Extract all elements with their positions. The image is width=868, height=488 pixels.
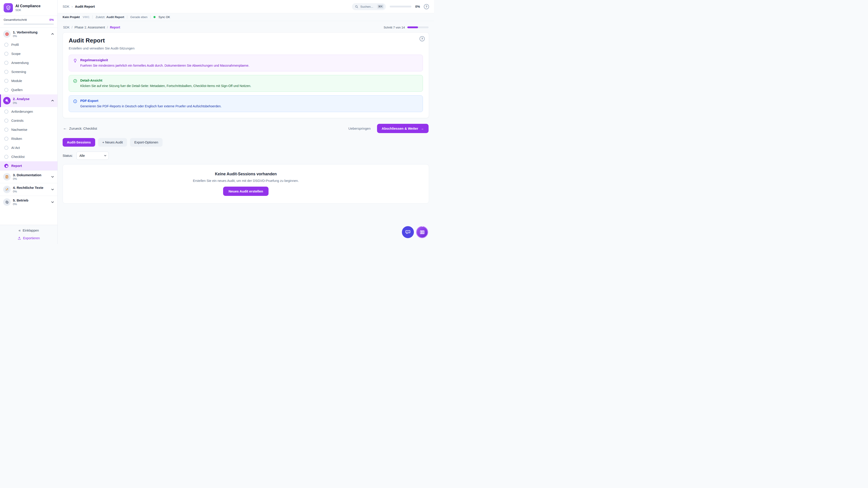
radio-circle-icon bbox=[4, 61, 8, 65]
sidebar-item-module[interactable]: Module bbox=[0, 76, 57, 86]
last-value: Audit Report bbox=[106, 15, 124, 19]
panel-fab-button[interactable] bbox=[416, 226, 428, 238]
ring-dot bbox=[422, 226, 423, 227]
status-filter: Alle bbox=[76, 152, 109, 160]
sidebar-header: AI Compliance SDK bbox=[0, 0, 57, 16]
breadcrumb-separator: / bbox=[107, 26, 108, 29]
sync-status-dot bbox=[153, 16, 156, 18]
finish-next-button[interactable]: Abschliessen & Weiter → bbox=[377, 124, 429, 133]
divider bbox=[150, 15, 151, 19]
shield-check-icon bbox=[6, 5, 11, 11]
columns-icon bbox=[420, 230, 425, 235]
topbar-breadcrumb-root[interactable]: SDK bbox=[63, 5, 69, 8]
page-content: SDK / Phase 1: Assessment / Report Schri… bbox=[58, 21, 434, 244]
sidebar-item-risiken[interactable]: Risiken bbox=[0, 134, 57, 143]
chevron-up-icon bbox=[51, 99, 54, 102]
breadcrumb: SDK / Phase 1: Assessment / Report bbox=[63, 26, 120, 29]
radio-circle-icon bbox=[4, 137, 8, 141]
tab-export-optionen[interactable]: Export-Optionen bbox=[130, 138, 162, 147]
step-progress-fill bbox=[407, 26, 418, 28]
info-boxes: Regelmaessigkeit Fuehren Sie mindestens … bbox=[69, 55, 423, 112]
question-mark-icon: ? bbox=[420, 36, 425, 41]
breadcrumb-separator: / bbox=[72, 26, 72, 29]
overall-progress-label: Gesamtfortschritt bbox=[4, 18, 27, 22]
last-sync-time: Gerade eben bbox=[130, 15, 147, 19]
keyboard-shortcut-badge: ⌘K bbox=[377, 4, 384, 9]
create-audit-button[interactable]: Neues Audit erstellen bbox=[223, 187, 269, 196]
status-filter-select[interactable]: Alle bbox=[76, 152, 109, 160]
sidebar-item-scope[interactable]: Scope bbox=[0, 49, 57, 58]
audit-report-card: ? Audit Report Erstellen und verwalten S… bbox=[63, 32, 429, 118]
step-label: Schritt 7 von 14 bbox=[383, 26, 405, 29]
sidebar-section-5-betrieb[interactable]: 5. Betrieb 0% bbox=[0, 196, 57, 208]
clipboard-icon bbox=[3, 173, 11, 181]
sidebar-item-checklist[interactable]: Checklist bbox=[0, 152, 57, 161]
radio-circle-icon bbox=[4, 155, 8, 159]
info-box-regelmaessigkeit: Regelmaessigkeit Fuehren Sie mindestens … bbox=[69, 55, 423, 71]
chat-bubble-icon bbox=[405, 229, 411, 235]
radio-circle-icon bbox=[4, 146, 8, 150]
radio-circle-icon bbox=[4, 70, 8, 74]
overall-progress-bar bbox=[4, 24, 54, 25]
overall-progress-percent: 0% bbox=[49, 18, 54, 22]
breadcrumb-root[interactable]: SDK bbox=[63, 26, 70, 29]
tab-audit-sessions[interactable]: Audit-Sessions bbox=[63, 138, 95, 147]
topbar-breadcrumb-current: Audit Report bbox=[75, 5, 95, 8]
export-button[interactable]: Exportieren bbox=[18, 236, 40, 240]
divider bbox=[127, 15, 127, 19]
sidebar-item-quellen[interactable]: Quellen bbox=[0, 86, 57, 94]
sidebar-section-2-analyse[interactable]: 2. Analyse 0% bbox=[0, 94, 57, 107]
chat-fab-button[interactable] bbox=[402, 226, 414, 238]
page-title: Audit Report bbox=[69, 37, 423, 44]
sidebar-item-profil[interactable]: Profil bbox=[0, 40, 57, 49]
sidebar-item-ai-act[interactable]: AI Act bbox=[0, 143, 57, 152]
sidebar-item-anwendung[interactable]: Anwendung bbox=[0, 58, 57, 67]
radio-circle-icon bbox=[4, 52, 8, 56]
sidebar-item-screening[interactable]: Screening bbox=[0, 67, 57, 76]
help-icon[interactable]: ? bbox=[424, 4, 429, 9]
search-placeholder: Suchen... bbox=[360, 5, 375, 8]
empty-state-card: Keine Audit-Sessions vorhanden Erstellen… bbox=[63, 164, 429, 203]
main-area: SDK › Audit Report Suchen... ⌘K 0% ? Kei… bbox=[58, 0, 434, 244]
sidebar-section-4-rechtliche-texte[interactable]: 4. Rechtliche Texte 0% bbox=[0, 183, 57, 196]
arrow-left-icon: ← bbox=[63, 126, 67, 131]
collapse-sidebar-button[interactable]: « Einklappen bbox=[19, 228, 39, 233]
divider bbox=[92, 15, 93, 19]
arrow-right-icon: → bbox=[421, 127, 424, 130]
radio-circle-icon bbox=[4, 79, 8, 83]
search-input[interactable]: Suchen... ⌘K bbox=[352, 3, 386, 10]
empty-state-text: Erstellen Sie ein neues Audit, um mit de… bbox=[193, 179, 299, 183]
chevron-down-icon bbox=[51, 200, 54, 204]
sync-status-text: Sync OK bbox=[158, 15, 170, 19]
sidebar-item-report[interactable]: Report bbox=[0, 161, 57, 170]
sidebar-section-3-dokumentation[interactable]: 3. Dokumentation 0% bbox=[0, 170, 57, 183]
chevron-down-icon bbox=[51, 188, 54, 191]
topbar-progress-percent: 0% bbox=[415, 5, 420, 8]
topbar-progress-bar bbox=[390, 6, 411, 7]
sidebar: AI Compliance SDK Gesamtfortschritt 0% 1… bbox=[0, 0, 58, 244]
version-badge: V001 bbox=[83, 15, 90, 19]
upload-icon bbox=[18, 236, 21, 240]
search-icon bbox=[355, 5, 358, 8]
chevron-up-icon bbox=[51, 32, 54, 36]
info-circle-icon bbox=[73, 99, 77, 108]
sidebar-item-controls[interactable]: Controls bbox=[0, 116, 57, 125]
step-indicator: Schritt 7 von 14 bbox=[383, 26, 429, 29]
tab-neues-audit[interactable]: + Neues Audit bbox=[98, 138, 127, 147]
breadcrumb-phase[interactable]: Phase 1: Assessment bbox=[74, 26, 105, 29]
sidebar-footer: « Einklappen Exportieren bbox=[0, 225, 57, 244]
sidebar-section-1-vorbereitung[interactable]: 1. Vorbereitung 0% bbox=[0, 28, 57, 40]
status-filter-label: Status: bbox=[63, 154, 73, 158]
breadcrumb-current: Report bbox=[110, 26, 120, 29]
card-help-icon[interactable]: ? bbox=[420, 36, 425, 41]
sidebar-item-anforderungen[interactable]: Anforderungen bbox=[0, 107, 57, 116]
sidebar-nav: 1. Vorbereitung 0% Profil Scope Anwendun… bbox=[0, 28, 57, 225]
last-label: Zuletzt: bbox=[96, 15, 105, 19]
app-title: AI Compliance bbox=[16, 4, 40, 8]
back-button[interactable]: ← Zurueck: Checklist bbox=[63, 126, 97, 131]
sidebar-item-nachweise[interactable]: Nachweise bbox=[0, 125, 57, 134]
skip-button[interactable]: Ueberspringen bbox=[348, 127, 370, 130]
info-box-detail-ansicht: Detail-Ansicht Klicken Sie auf eine Sitz… bbox=[69, 75, 423, 92]
gear-icon bbox=[3, 198, 11, 206]
empty-state-title: Keine Audit-Sessions vorhanden bbox=[215, 172, 277, 176]
